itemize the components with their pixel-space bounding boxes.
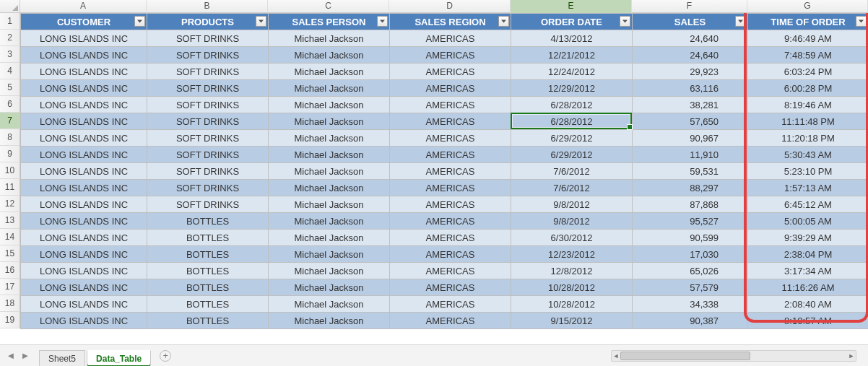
cell[interactable]: AMERICAS [390, 213, 511, 230]
cell[interactable]: SOFT DRINKS [147, 113, 269, 130]
select-all-corner[interactable] [0, 0, 20, 13]
cell[interactable]: LONG ISLANDS INC [21, 279, 147, 296]
cell[interactable]: 9/8/2012 [511, 196, 633, 213]
cell[interactable]: 90,387 [633, 313, 748, 329]
cell[interactable]: AMERICAS [390, 196, 511, 213]
cell[interactable]: LONG ISLANDS INC [21, 147, 147, 163]
cell[interactable]: Michael Jackson [269, 213, 390, 230]
cell[interactable]: SOFT DRINKS [147, 180, 269, 196]
cell[interactable]: 87,868 [633, 196, 748, 213]
column-header[interactable]: ORDER DATE [511, 14, 633, 30]
row-number[interactable]: 2 [0, 30, 19, 46]
cell[interactable]: 17,030 [633, 246, 748, 263]
cell[interactable]: 6:00:28 PM [748, 80, 869, 97]
filter-dropdown-button[interactable] [735, 16, 746, 27]
column-header[interactable]: PRODUCTS [147, 14, 269, 30]
column-header[interactable]: CUSTOMER [21, 14, 147, 30]
cell[interactable]: 4/13/2012 [511, 30, 633, 47]
cell[interactable]: LONG ISLANDS INC [21, 313, 147, 329]
cell[interactable]: 11,910 [633, 147, 748, 163]
row-number[interactable]: 14 [0, 229, 19, 245]
cell[interactable]: BOTTLES [147, 296, 269, 313]
cell[interactable]: Michael Jackson [269, 64, 390, 80]
cell[interactable]: Michael Jackson [269, 80, 390, 97]
cell[interactable]: 11:16:26 AM [748, 279, 869, 296]
cell[interactable]: SOFT DRINKS [147, 80, 269, 97]
cell[interactable]: AMERICAS [390, 147, 511, 163]
cell[interactable]: LONG ISLANDS INC [21, 80, 147, 97]
cell[interactable]: AMERICAS [390, 246, 511, 263]
scrollbar-thumb[interactable] [620, 352, 750, 360]
cell[interactable]: 12/21/2012 [511, 47, 633, 64]
cell[interactable]: SOFT DRINKS [147, 130, 269, 147]
cell[interactable]: 11:11:48 PM [748, 113, 869, 130]
cell[interactable]: 1:57:13 AM [748, 180, 869, 196]
column-letter[interactable]: B [147, 0, 268, 13]
column-letter[interactable]: C [268, 0, 389, 13]
column-letter[interactable]: A [20, 0, 147, 13]
filter-dropdown-button[interactable] [256, 16, 266, 27]
cell[interactable]: 10/28/2012 [511, 279, 633, 296]
cell[interactable]: Michael Jackson [269, 296, 390, 313]
cell[interactable]: LONG ISLANDS INC [21, 64, 147, 80]
cell[interactable]: Michael Jackson [269, 196, 390, 213]
cell[interactable]: BOTTLES [147, 263, 269, 279]
cell[interactable]: Michael Jackson [269, 113, 390, 130]
cell[interactable]: AMERICAS [390, 313, 511, 329]
cell[interactable]: SOFT DRINKS [147, 30, 269, 47]
filter-dropdown-button[interactable] [856, 16, 867, 27]
cell[interactable]: 9/8/2012 [511, 213, 633, 230]
cell[interactable]: 2:38:04 PM [748, 246, 869, 263]
row-number[interactable]: 17 [0, 279, 19, 295]
cell[interactable]: 6/28/2012 [511, 97, 633, 113]
row-number[interactable]: 10 [0, 162, 19, 179]
cell[interactable]: 57,650 [633, 113, 748, 130]
cell[interactable]: 63,116 [633, 80, 748, 97]
cell[interactable]: 24,640 [633, 47, 748, 64]
cell[interactable]: AMERICAS [390, 296, 511, 313]
scroll-left-icon[interactable]: ◄ [612, 351, 620, 361]
cell[interactable]: LONG ISLANDS INC [21, 213, 147, 230]
cell[interactable]: 7/6/2012 [511, 163, 633, 180]
cell[interactable]: BOTTLES [147, 279, 269, 296]
row-number[interactable]: 5 [0, 79, 19, 96]
cell[interactable]: Michael Jackson [269, 279, 390, 296]
cell[interactable]: AMERICAS [390, 47, 511, 64]
cell[interactable]: LONG ISLANDS INC [21, 130, 147, 147]
cell[interactable]: BOTTLES [147, 230, 269, 246]
cell[interactable]: LONG ISLANDS INC [21, 196, 147, 213]
cell[interactable]: 7:48:59 AM [748, 47, 869, 64]
cell[interactable]: 6:03:24 PM [748, 64, 869, 80]
cell[interactable]: Michael Jackson [269, 263, 390, 279]
cell[interactable]: 9:46:49 AM [748, 30, 869, 47]
cell[interactable]: BOTTLES [147, 246, 269, 263]
scroll-right-icon[interactable]: ► [847, 351, 856, 361]
cell[interactable]: LONG ISLANDS INC [21, 263, 147, 279]
cell[interactable]: LONG ISLANDS INC [21, 47, 147, 64]
row-number[interactable]: 19 [0, 312, 19, 328]
row-number[interactable]: 16 [0, 262, 19, 279]
cell[interactable]: Michael Jackson [269, 163, 390, 180]
cell[interactable]: LONG ISLANDS INC [21, 246, 147, 263]
horizontal-scrollbar[interactable]: ◄ ► [611, 350, 856, 362]
cell[interactable]: LONG ISLANDS INC [21, 180, 147, 196]
cell[interactable]: BOTTLES [147, 213, 269, 230]
cell[interactable]: Michael Jackson [269, 246, 390, 263]
cell[interactable]: 2:08:40 AM [748, 296, 869, 313]
cell[interactable]: 5:23:10 PM [748, 163, 869, 180]
row-number[interactable]: 6 [0, 96, 19, 113]
row-number[interactable]: 15 [0, 245, 19, 262]
cell[interactable]: SOFT DRINKS [147, 97, 269, 113]
cell[interactable]: AMERICAS [390, 230, 511, 246]
sheet-tab[interactable]: Sheet5 [39, 350, 85, 366]
cell[interactable]: AMERICAS [390, 130, 511, 147]
filter-dropdown-button[interactable] [134, 16, 145, 27]
cell[interactable]: 88,297 [633, 180, 748, 196]
cell[interactable]: 10/28/2012 [511, 296, 633, 313]
column-letter[interactable]: E [511, 0, 632, 13]
column-header[interactable]: SALES PERSON [269, 14, 390, 30]
cell[interactable]: AMERICAS [390, 30, 511, 47]
column-letter[interactable]: D [389, 0, 511, 13]
cell[interactable]: AMERICAS [390, 113, 511, 130]
cell[interactable]: SOFT DRINKS [147, 163, 269, 180]
